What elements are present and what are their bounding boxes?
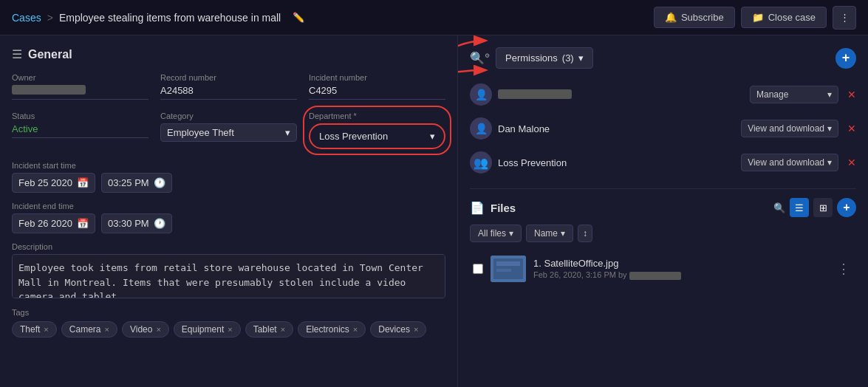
svg-rect-3: [496, 269, 511, 272]
end-date-field[interactable]: Feb 26 2020 📅: [12, 213, 95, 233]
clock-icon-2: 🕐: [154, 218, 165, 229]
category-field: Category Employee Theft ▾: [160, 112, 297, 142]
tag-remove-button[interactable]: ×: [44, 325, 48, 334]
tag-item: Electronics×: [298, 321, 366, 338]
end-time-field[interactable]: 03:30 PM 🕐: [101, 213, 172, 233]
bell-icon: 🔔: [665, 12, 677, 23]
breadcrumb-cases-link[interactable]: Cases: [12, 12, 41, 24]
general-icon: ☰: [12, 47, 22, 61]
permissions-dropdown-button[interactable]: Permissions (3) ▾: [496, 47, 593, 69]
all-files-dropdown[interactable]: All files ▾: [470, 225, 522, 242]
header-actions: 🔔 Subscribe 📁 Close case ⋮: [654, 6, 856, 30]
general-title: General: [28, 48, 72, 61]
list-view-button[interactable]: ☰: [790, 198, 809, 217]
edit-title-icon[interactable]: ✏️: [293, 12, 304, 23]
department-dropdown[interactable]: Loss Prevention ▾: [309, 123, 445, 149]
tag-remove-button[interactable]: ×: [414, 325, 418, 334]
end-date-value: Feb 26 2020: [18, 218, 72, 229]
dept-label: Department *: [309, 112, 445, 120]
search-permissions-icon[interactable]: 🔍⚙: [470, 51, 490, 65]
dan-avatar: 👤: [470, 117, 492, 140]
permissions-list: 👤 Manage ▾ ✕ 👤 Dan Malone View and down: [470, 81, 856, 177]
group-avatar: 👥: [470, 151, 492, 174]
tag-remove-button[interactable]: ×: [228, 325, 232, 334]
close-case-button[interactable]: 📁 Close case: [741, 7, 827, 28]
tag-item: Theft×: [12, 321, 57, 338]
start-time-label: Incident start time: [12, 161, 445, 170]
tag-label: Devices: [378, 324, 410, 335]
sort-order-icon: ↕: [583, 228, 587, 239]
role-dropdown-lp[interactable]: View and download ▾: [741, 154, 838, 171]
subscribe-button[interactable]: 🔔 Subscribe: [654, 7, 735, 28]
category-dropdown[interactable]: Employee Theft ▾: [160, 123, 297, 142]
tag-label: Electronics: [306, 324, 349, 335]
remove-lp-button[interactable]: ✕: [847, 157, 856, 168]
tag-remove-button[interactable]: ×: [353, 325, 358, 334]
start-time-field[interactable]: 03:25 PM 🕐: [101, 173, 172, 193]
tag-remove-button[interactable]: ×: [104, 325, 109, 334]
remove-permission-button[interactable]: ✕: [847, 89, 856, 100]
role-value-dan: View and download: [748, 123, 824, 134]
incident-label: Incident number: [309, 73, 445, 82]
fields-row-2: Status Active Category Employee Theft ▾ …: [12, 112, 445, 149]
tag-remove-button[interactable]: ×: [281, 325, 285, 334]
add-permission-button[interactable]: +: [835, 48, 856, 69]
general-section-header: ☰ General: [12, 47, 445, 61]
grid-view-button[interactable]: ⊞: [813, 198, 833, 217]
files-header: 📄 Files 🔍 ☰ ⊞ +: [470, 198, 856, 217]
loss-prevention-name: Loss Prevention: [498, 157, 735, 168]
svg-rect-2: [496, 261, 520, 266]
start-date-field[interactable]: Feb 25 2020 📅: [12, 173, 95, 193]
file-more-options-button[interactable]: ⋮: [834, 261, 853, 277]
owner-field: Owner: [12, 73, 148, 100]
tags-label: Tags: [12, 308, 445, 317]
all-files-label: All files: [478, 228, 506, 239]
record-value: A24588: [160, 85, 297, 100]
sort-label: Name: [534, 228, 558, 239]
files-icon: 📄: [470, 201, 485, 215]
close-case-label: Close case: [768, 12, 816, 23]
tag-item: Tablet×: [245, 321, 293, 338]
incident-field: Incident number C4295: [309, 73, 445, 100]
role-dropdown-dan[interactable]: View and download ▾: [741, 120, 838, 137]
file-meta: Feb 26, 2020, 3:16 PM by: [533, 270, 827, 280]
file-date: Feb 26, 2020, 3:16 PM by: [533, 270, 629, 279]
arrows-container: 👤 Dan Malone View and download ▾ ✕ 👥 Los…: [470, 114, 856, 177]
user-avatar: 👤: [470, 83, 492, 106]
sort-order-button[interactable]: ↕: [578, 225, 592, 242]
dept-chevron-icon: ▾: [430, 131, 435, 142]
subscribe-label: Subscribe: [681, 12, 724, 23]
start-time-value: 03:25 PM: [108, 177, 149, 188]
tag-label: Theft: [20, 324, 40, 335]
add-file-button[interactable]: +: [837, 198, 856, 217]
remove-dan-button[interactable]: ✕: [847, 123, 856, 134]
calendar-icon: 📅: [77, 177, 89, 188]
tag-label: Video: [130, 324, 152, 335]
app-header: Cases > Employee stealing items from war…: [0, 0, 868, 35]
breadcrumb: Cases > Employee stealing items from war…: [12, 12, 654, 24]
file-info: 1. SatelliteOffice.jpg Feb 26, 2020, 3:1…: [533, 258, 827, 280]
tag-remove-button[interactable]: ×: [156, 325, 160, 334]
dan-name: Dan Malone: [498, 123, 735, 134]
breadcrumb-page-title: Employee stealing items from warehouse i…: [59, 12, 281, 24]
file-thumb-img: [491, 256, 526, 282]
user-name-blurred: [498, 89, 744, 100]
tag-label: Tablet: [253, 324, 277, 335]
role-dropdown-manage[interactable]: Manage ▾: [750, 86, 838, 103]
tag-label: Camera: [69, 324, 101, 335]
more-options-button[interactable]: ⋮: [833, 6, 856, 30]
end-time-label: Incident end time: [12, 202, 445, 210]
search-files-icon[interactable]: 🔍: [773, 202, 785, 213]
permission-row-dan: 👤 Dan Malone View and download ▾ ✕: [470, 114, 856, 143]
clock-icon: 🕐: [154, 177, 165, 188]
start-date-value: Feb 25 2020: [18, 177, 72, 188]
owner-label: Owner: [12, 73, 148, 82]
name-sort-dropdown[interactable]: Name ▾: [526, 225, 573, 242]
file-checkbox[interactable]: [473, 264, 483, 274]
file-name: 1. SatelliteOffice.jpg: [533, 258, 827, 269]
description-field[interactable]: Employee took items from retail store wa…: [12, 254, 445, 298]
description-label: Description: [12, 242, 445, 251]
filter-chevron-icon: ▾: [509, 228, 513, 239]
files-title: Files: [491, 202, 516, 214]
files-filter-row: All files ▾ Name ▾ ↕: [470, 225, 856, 242]
